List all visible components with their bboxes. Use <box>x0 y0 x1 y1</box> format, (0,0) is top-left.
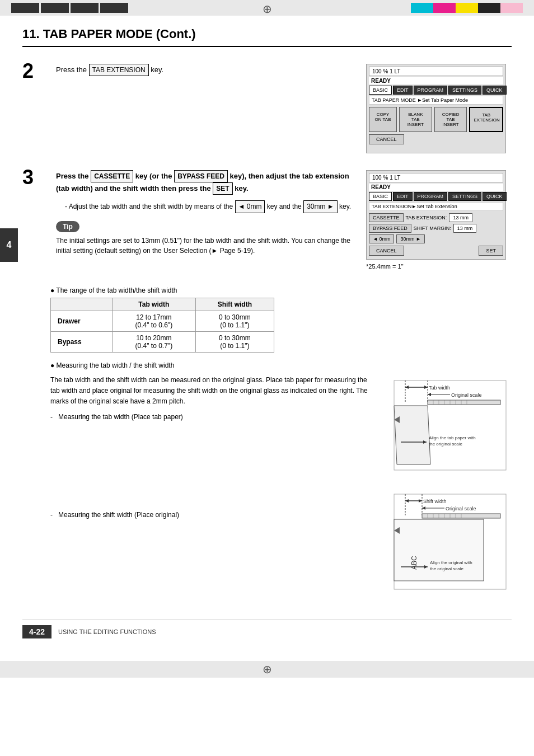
ui1-nav-row: BASIC EDIT PROGRAM SETTINGS QUICK <box>369 86 503 95</box>
ui2-note: *25.4mm = 1" <box>366 263 512 270</box>
step-2-section: 2 Press the TAB EXTENSION key. 100 % 1 L… <box>22 64 512 153</box>
table-cell-bypass-tab: 10 to 20mm(0.4" to 0.7") <box>112 332 195 353</box>
ui2-bypass-row: BYPASS FEED SHIFT MARGIN: 13 mm <box>369 224 503 233</box>
svg-text:ABC: ABC <box>410 556 418 570</box>
header-bar-block-3 <box>71 3 99 13</box>
ui1-ready: READY <box>369 77 503 84</box>
step-3-ui: 100 % 1 LT READY BASIC EDIT PROGRAM SETT… <box>366 170 512 270</box>
ui2-nav-row: BASIC EDIT PROGRAM SETTINGS QUICK <box>369 192 503 201</box>
svg-text:the original scale: the original scale <box>430 566 464 571</box>
tip-section: Tip The initial settings are set to 13mm… <box>56 221 355 256</box>
ui2-breadcrumb: TAB EXTENSION►Set Tab Extension <box>369 202 503 211</box>
ui1-nav-edit[interactable]: EDIT <box>393 86 413 95</box>
diagram-container-1: The tab width and the shift width can be… <box>50 375 512 477</box>
step3-cassette-key: CASSETTE <box>91 170 133 182</box>
ui2-cassette-row: CASSETTE TAB EXTENSION: 13 mm <box>369 213 503 222</box>
ui2-cassette-btn[interactable]: CASSETTE <box>369 213 404 222</box>
header-crosshair: ⊕ <box>263 2 272 16</box>
ui2-ready: READY <box>369 184 503 191</box>
step3-30mm-key: 30mm ► <box>303 200 338 213</box>
page-title: 11. TAB PAPER MODE (Cont.) <box>22 27 512 47</box>
svg-text:Tab width: Tab width <box>429 385 450 391</box>
table-header-empty <box>51 298 113 311</box>
svg-text:the original scale: the original scale <box>429 442 463 447</box>
ui1-btn-copy-on-tab[interactable]: COPYON TAB <box>369 107 397 132</box>
svg-rect-42 <box>394 519 484 581</box>
tip-content: The initial settings are set to 13mm (0.… <box>56 236 355 256</box>
measuring-bullet: ● Measuring the tab width / the shift wi… <box>50 361 512 369</box>
table-cell-bypass-label: Bypass <box>51 332 113 353</box>
svg-rect-10 <box>428 400 500 405</box>
ui2-left-btn[interactable]: ◄ 0mm <box>369 234 394 243</box>
step-2-ui: 100 % 1 LT READY BASIC EDIT PROGRAM SETT… <box>366 64 512 153</box>
step-2-text-after: key. <box>151 65 163 74</box>
svg-text:Align the tab paper with: Align the tab paper with <box>429 435 476 440</box>
ui-screen-top-1: 100 % 1 LT <box>369 67 503 76</box>
step-2-instruction: Press the TAB EXTENSION key. <box>56 64 355 76</box>
shift-width-diagram: Shift width Original scale <box>388 489 512 595</box>
measuring-item1-text: Measuring the tab width (Place tab paper… <box>58 413 183 421</box>
ui2-shift-value: 13 mm <box>453 224 477 233</box>
measuring-item2-text: Measuring the shift width (Place origina… <box>58 511 179 519</box>
svg-text:Shift width: Shift width <box>423 499 447 504</box>
table-cell-drawer-label: Drawer <box>51 311 113 332</box>
ui1-btn-copied-tab[interactable]: COPIEDTAB INSERT <box>434 107 467 132</box>
table-section: ● The range of the tab width/the shift w… <box>50 287 512 353</box>
diagram-1: Tab width Original scale <box>388 375 512 477</box>
table-cell-drawer-shift: 0 to 30mm(0 to 1.1") <box>195 311 274 332</box>
step3-bypass-key: BYPASS FEED <box>174 170 228 182</box>
tip-label: Tip <box>56 221 79 232</box>
ui1-nav-quick[interactable]: QUICK <box>483 86 507 95</box>
measuring-description: The tab width and the shift width can be… <box>50 375 377 425</box>
header-bar-block-4 <box>100 3 128 13</box>
ui2-action-row: CANCEL SET <box>369 246 503 256</box>
ui2-cancel-btn[interactable]: CANCEL <box>369 246 404 256</box>
step3-0mm-key: ◄ 0mm <box>235 200 265 213</box>
tab-width-diagram: Tab width Original scale <box>388 375 512 476</box>
ui2-nav-settings[interactable]: SETTINGS <box>448 192 481 201</box>
ui1-nav-settings[interactable]: SETTINGS <box>448 86 481 95</box>
ui2-bypass-btn[interactable]: BYPASS FEED <box>369 224 411 233</box>
table-cell-drawer-tab: 12 to 17mm(0.4" to 0.6") <box>112 311 195 332</box>
svg-marker-18 <box>394 406 430 464</box>
ui2-nav-edit[interactable]: EDIT <box>393 192 413 201</box>
ui1-status: 100 % 1 LT <box>372 68 400 74</box>
ui2-set-btn[interactable]: SET <box>479 246 503 256</box>
ui1-cancel-btn[interactable]: CANCEL <box>369 134 404 144</box>
ui1-btn-blank-tab[interactable]: BLANKTAB INSERT <box>399 107 432 132</box>
footer-page-number: 4-22 <box>22 625 51 638</box>
step-3-content: Press the CASSETTE key (or the BYPASS FE… <box>56 170 355 270</box>
diagram-container-2: - Measuring the shift width (Place origi… <box>50 489 512 597</box>
ui2-nav-btns-row: ◄ 0mm 30mm ► <box>369 234 503 243</box>
ui2-status: 100 % 1 LT <box>372 175 400 181</box>
ui-screenshot-2: 100 % 1 LT READY BASIC EDIT PROGRAM SETT… <box>366 170 506 260</box>
color-bar-black <box>478 3 500 13</box>
measuring-item1-label: - <box>50 413 53 421</box>
header-bar-block-1 <box>11 3 39 13</box>
ui2-nav-quick[interactable]: QUICK <box>483 192 507 201</box>
step-3-sub: - Adjust the tab width and the shift wid… <box>65 200 355 213</box>
measuring-item2-label: - <box>50 511 53 519</box>
step-2-text-before: Press the <box>56 65 89 74</box>
ui2-right-btn[interactable]: 30mm ► <box>396 234 424 243</box>
step-2-content: Press the TAB EXTENSION key. <box>56 64 355 153</box>
header-left-bars <box>11 2 128 13</box>
step-3-section: 3 Press the CASSETTE key (or the BYPASS … <box>22 170 512 270</box>
ui2-screen-top: 100 % 1 LT <box>369 173 503 182</box>
step-2-number: 2 <box>22 61 45 153</box>
table-cell-bypass-shift: 0 to 30mm(0 to 1.1") <box>195 332 274 353</box>
ui2-nav-basic[interactable]: BASIC <box>369 192 392 201</box>
ui1-nav-program[interactable]: PROGRAM <box>414 86 448 95</box>
color-bar-pink <box>500 3 523 13</box>
ui1-btn-tab-ext[interactable]: TABEXTENSION <box>469 107 503 132</box>
ui1-buttons: COPYON TAB BLANKTAB INSERT COPIEDTAB INS… <box>369 107 503 132</box>
table-bullet: ● The range of the tab width/the shift w… <box>50 287 512 294</box>
bottom-crosshair: ⊕ <box>263 663 272 676</box>
svg-text:Align the original with: Align the original with <box>430 560 472 565</box>
ui1-nav-basic[interactable]: BASIC <box>369 86 392 95</box>
ui2-nav-program[interactable]: PROGRAM <box>414 192 448 201</box>
svg-text:Original scale: Original scale <box>451 392 482 398</box>
svg-text:Original scale: Original scale <box>446 506 476 511</box>
measuring-item2: - Measuring the shift width (Place origi… <box>50 511 377 519</box>
header-bar-block-2 <box>41 3 69 13</box>
